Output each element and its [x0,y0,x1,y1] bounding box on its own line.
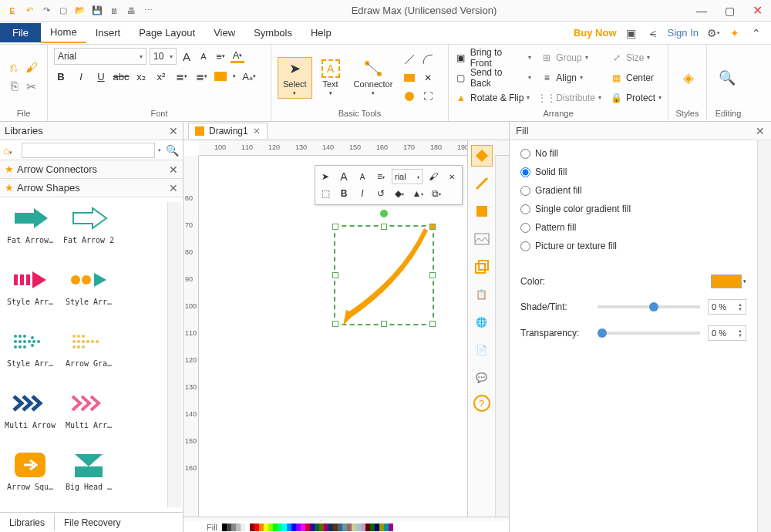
send-to-back-button[interactable]: ▢Send to Back▾ [455,69,531,86]
ft-shape1-icon[interactable]: ◆▾ [392,186,407,201]
menu-page-layout[interactable]: Page Layout [130,23,204,42]
shape-big-head[interactable]: Big Head … [60,449,117,509]
vt-page-icon[interactable]: 📄 [471,339,493,361]
fill-opt-single-gradient[interactable]: Single color gradient fill [520,204,746,214]
ft-font-select[interactable]: rial▾ [392,169,423,184]
close-button[interactable]: ✕ [743,0,771,22]
superscript-button[interactable]: x² [154,69,168,83]
center-button[interactable]: ▦Center [611,69,662,86]
ft-cursor-icon[interactable]: ➤ [318,169,333,184]
circle-shape-icon[interactable] [402,89,417,104]
gear-icon[interactable]: ⚙▾ [706,26,720,40]
ft-align-icon[interactable]: ≡▾ [373,169,389,184]
vt-shadow-icon[interactable] [471,200,493,222]
canvas-vscrollbar[interactable] [495,156,509,518]
tab-libraries[interactable]: Libraries [0,514,55,531]
vt-picture-icon[interactable] [471,228,493,250]
menu-insert[interactable]: Insert [86,23,130,42]
buy-now-link[interactable]: Buy Now [574,27,617,39]
rotate-flip-button[interactable]: ▲Rotate & Flip▾ [455,89,531,106]
align-menu-icon[interactable]: ≡▾ [214,49,227,63]
font-color-icon[interactable]: A▾ [231,49,244,63]
crop-shape-icon[interactable]: ⛶ [420,89,436,104]
ft-italic-icon[interactable]: I [355,186,370,201]
highlight-button[interactable] [214,72,227,81]
text-tool[interactable]: A Text ▾ [317,58,345,98]
sign-in-link[interactable]: Sign In [668,27,699,39]
share-icon[interactable]: ⪪ [646,26,660,40]
transparency-value-input[interactable]: 0 %▲▼ [708,325,746,341]
size-button[interactable]: ⤢Size▾ [611,49,662,66]
ft-reset-icon[interactable]: ↺ [373,186,389,201]
italic-button[interactable]: I [74,69,88,83]
ft-font-inc-icon[interactable]: A [336,169,352,184]
lib-section-connectors[interactable]: ★Arrow Connectors ✕ [0,160,183,179]
vt-layer-icon[interactable] [471,256,493,278]
library-search-input[interactable] [22,143,155,158]
section-close-icon[interactable]: ✕ [169,163,178,176]
print-icon[interactable]: 🖶 [125,5,137,17]
bold-button[interactable]: B [54,69,68,83]
picture-icon[interactable]: ▣ [625,26,638,40]
subscript-button[interactable]: x₂ [134,69,148,83]
selection-box[interactable] [334,225,434,325]
menu-view[interactable]: View [204,23,244,42]
increase-font-icon[interactable]: A [180,49,194,63]
copy-icon[interactable]: ⎘ [11,79,19,94]
fill-panel-scrollbar[interactable] [757,140,771,532]
undo-icon[interactable]: ↶ [23,5,35,17]
libraries-scrollbar[interactable] [167,202,181,507]
collapse-ribbon-icon[interactable]: ⌃ [749,26,763,40]
new-icon[interactable]: ▢ [57,5,69,17]
select-tool[interactable]: ➤ Select ▾ [278,57,312,99]
open-icon[interactable]: 📂 [74,5,86,17]
font-size-select[interactable]: 10▾ [150,48,177,65]
ft-font-dec-icon[interactable]: A [355,169,370,184]
vt-help-icon[interactable]: ? [473,395,490,412]
ft-link-icon[interactable]: ⧉▾ [429,186,444,201]
transparency-slider[interactable] [598,332,700,335]
arc-shape-icon[interactable] [420,52,436,67]
bullets-button[interactable]: ≣▾ [174,69,188,83]
selected-arrow-shape[interactable] [335,227,436,327]
fill-opt-picture[interactable]: Picture or texture fill [520,241,746,251]
redo-icon[interactable]: ↷ [40,5,52,17]
ft-shape2-icon[interactable]: ▲▾ [410,186,426,201]
shape-style-arrow-3[interactable]: Style Arr… [2,325,59,386]
section-close-icon[interactable]: ✕ [169,182,178,194]
numbering-button[interactable]: ≣▾ [194,69,208,83]
connector-tool[interactable]: Connector ▾ [349,58,398,98]
menu-symbols[interactable]: Symbols [244,23,301,42]
ft-brush-icon[interactable]: 🖌 [426,169,441,184]
document-tab[interactable]: Drawing1 ✕ [188,123,268,139]
shape-style-arrow-1[interactable]: Style Arr… [2,264,59,324]
vt-globe-icon[interactable]: 🌐 [471,311,493,333]
editing-button[interactable]: 🔍 [713,67,741,89]
ft-close-icon[interactable]: ✕ [444,169,460,184]
shape-style-arrow-2[interactable]: Style Arr… [60,264,117,324]
ft-bold-icon[interactable]: B [336,186,352,201]
shape-picker[interactable]: ✕ ⛶ [402,52,436,104]
shape-arrow-square[interactable]: Arrow Squ… [2,449,59,509]
underline-button[interactable]: U [94,69,108,83]
shape-fat-arrow-1[interactable]: Fat Arrow… [2,202,59,262]
file-menu[interactable]: File [0,23,41,42]
strike-button[interactable]: abc [114,69,128,83]
case-button[interactable]: Aₐ▾ [242,69,256,83]
decrease-font-icon[interactable]: A [197,49,210,63]
lib-section-shapes[interactable]: ★Arrow Shapes ✕ [0,179,183,197]
paste-icon[interactable]: ⎌ [10,61,18,75]
distribute-button[interactable]: ⋮⋮Distribute▾ [540,89,601,106]
shade-value-input[interactable]: 0 %▲▼ [708,299,746,315]
line-shape-icon[interactable] [402,52,417,67]
ft-select-icon[interactable]: ⬚ [318,186,333,201]
libraries-close-icon[interactable]: ✕ [169,125,178,137]
more-icon[interactable]: ⋯ [142,5,154,17]
color-picker[interactable] [711,274,742,288]
cut-icon[interactable]: ✂ [26,79,36,94]
fill-opt-pattern[interactable]: Pattern fill [520,222,746,233]
shape-multi-arrow-2[interactable]: Multi Arr… [60,387,117,447]
fill-opt-solid[interactable]: Solid fill [520,167,746,177]
maximize-button[interactable]: ▢ [715,0,743,22]
menu-help[interactable]: Help [301,23,341,42]
